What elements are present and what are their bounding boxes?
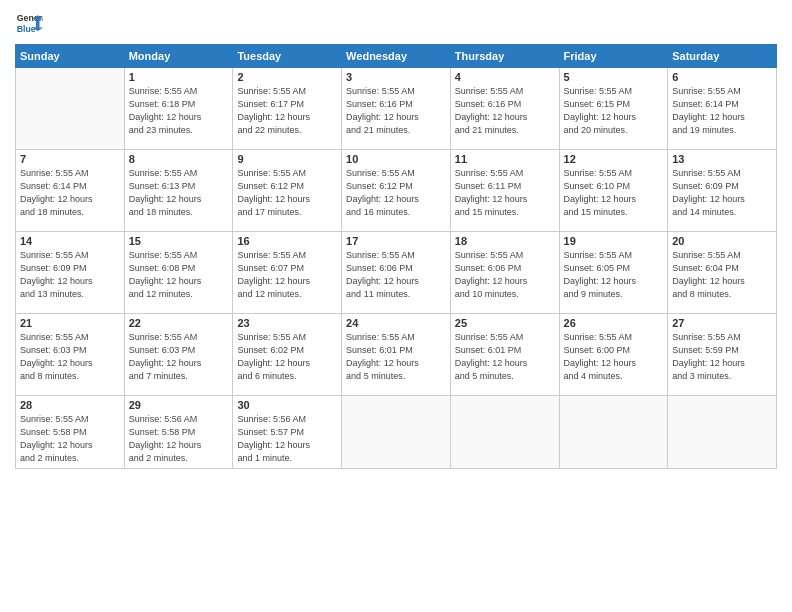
day-info: Sunrise: 5:55 AMSunset: 6:14 PMDaylight:… xyxy=(672,85,772,137)
calendar-cell: 14Sunrise: 5:55 AMSunset: 6:09 PMDayligh… xyxy=(16,232,125,314)
col-header-thursday: Thursday xyxy=(450,45,559,68)
day-number: 1 xyxy=(129,71,229,83)
calendar-cell: 9Sunrise: 5:55 AMSunset: 6:12 PMDaylight… xyxy=(233,150,342,232)
day-info: Sunrise: 5:55 AMSunset: 6:01 PMDaylight:… xyxy=(455,331,555,383)
calendar-cell xyxy=(342,396,451,469)
calendar-week-row: 14Sunrise: 5:55 AMSunset: 6:09 PMDayligh… xyxy=(16,232,777,314)
calendar-cell: 28Sunrise: 5:55 AMSunset: 5:58 PMDayligh… xyxy=(16,396,125,469)
day-info: Sunrise: 5:55 AMSunset: 6:17 PMDaylight:… xyxy=(237,85,337,137)
calendar-week-row: 28Sunrise: 5:55 AMSunset: 5:58 PMDayligh… xyxy=(16,396,777,469)
day-info: Sunrise: 5:55 AMSunset: 6:03 PMDaylight:… xyxy=(129,331,229,383)
day-info: Sunrise: 5:55 AMSunset: 6:00 PMDaylight:… xyxy=(564,331,664,383)
calendar-cell: 12Sunrise: 5:55 AMSunset: 6:10 PMDayligh… xyxy=(559,150,668,232)
day-info: Sunrise: 5:55 AMSunset: 6:03 PMDaylight:… xyxy=(20,331,120,383)
calendar-cell: 18Sunrise: 5:55 AMSunset: 6:06 PMDayligh… xyxy=(450,232,559,314)
day-number: 29 xyxy=(129,399,229,411)
calendar-cell: 30Sunrise: 5:56 AMSunset: 5:57 PMDayligh… xyxy=(233,396,342,469)
day-info: Sunrise: 5:55 AMSunset: 6:07 PMDaylight:… xyxy=(237,249,337,301)
day-number: 28 xyxy=(20,399,120,411)
calendar-week-row: 1Sunrise: 5:55 AMSunset: 6:18 PMDaylight… xyxy=(16,68,777,150)
day-number: 18 xyxy=(455,235,555,247)
day-number: 14 xyxy=(20,235,120,247)
calendar-cell: 27Sunrise: 5:55 AMSunset: 5:59 PMDayligh… xyxy=(668,314,777,396)
day-number: 2 xyxy=(237,71,337,83)
day-info: Sunrise: 5:55 AMSunset: 6:04 PMDaylight:… xyxy=(672,249,772,301)
day-number: 6 xyxy=(672,71,772,83)
col-header-sunday: Sunday xyxy=(16,45,125,68)
day-info: Sunrise: 5:55 AMSunset: 6:06 PMDaylight:… xyxy=(346,249,446,301)
calendar-cell: 21Sunrise: 5:55 AMSunset: 6:03 PMDayligh… xyxy=(16,314,125,396)
calendar-header-row: SundayMondayTuesdayWednesdayThursdayFrid… xyxy=(16,45,777,68)
day-info: Sunrise: 5:55 AMSunset: 6:09 PMDaylight:… xyxy=(672,167,772,219)
logo: General Blue xyxy=(15,10,43,38)
day-number: 15 xyxy=(129,235,229,247)
calendar-cell: 6Sunrise: 5:55 AMSunset: 6:14 PMDaylight… xyxy=(668,68,777,150)
calendar-cell: 1Sunrise: 5:55 AMSunset: 6:18 PMDaylight… xyxy=(124,68,233,150)
calendar-cell xyxy=(16,68,125,150)
col-header-tuesday: Tuesday xyxy=(233,45,342,68)
col-header-wednesday: Wednesday xyxy=(342,45,451,68)
calendar-cell: 10Sunrise: 5:55 AMSunset: 6:12 PMDayligh… xyxy=(342,150,451,232)
day-number: 25 xyxy=(455,317,555,329)
calendar-cell: 11Sunrise: 5:55 AMSunset: 6:11 PMDayligh… xyxy=(450,150,559,232)
day-info: Sunrise: 5:55 AMSunset: 6:16 PMDaylight:… xyxy=(455,85,555,137)
day-number: 11 xyxy=(455,153,555,165)
calendar-cell: 19Sunrise: 5:55 AMSunset: 6:05 PMDayligh… xyxy=(559,232,668,314)
day-number: 5 xyxy=(564,71,664,83)
day-info: Sunrise: 5:55 AMSunset: 6:09 PMDaylight:… xyxy=(20,249,120,301)
day-number: 21 xyxy=(20,317,120,329)
calendar-cell: 26Sunrise: 5:55 AMSunset: 6:00 PMDayligh… xyxy=(559,314,668,396)
calendar-week-row: 7Sunrise: 5:55 AMSunset: 6:14 PMDaylight… xyxy=(16,150,777,232)
day-info: Sunrise: 5:55 AMSunset: 5:58 PMDaylight:… xyxy=(20,413,120,465)
day-number: 13 xyxy=(672,153,772,165)
day-info: Sunrise: 5:55 AMSunset: 5:59 PMDaylight:… xyxy=(672,331,772,383)
day-number: 30 xyxy=(237,399,337,411)
day-number: 23 xyxy=(237,317,337,329)
calendar-cell xyxy=(559,396,668,469)
header: General Blue xyxy=(15,10,777,38)
calendar-cell: 20Sunrise: 5:55 AMSunset: 6:04 PMDayligh… xyxy=(668,232,777,314)
calendar-cell xyxy=(450,396,559,469)
calendar-table: SundayMondayTuesdayWednesdayThursdayFrid… xyxy=(15,44,777,469)
day-number: 16 xyxy=(237,235,337,247)
calendar-page: General Blue SundayMondayTuesdayWednesda… xyxy=(0,0,792,612)
calendar-cell: 3Sunrise: 5:55 AMSunset: 6:16 PMDaylight… xyxy=(342,68,451,150)
day-info: Sunrise: 5:55 AMSunset: 6:11 PMDaylight:… xyxy=(455,167,555,219)
calendar-cell: 29Sunrise: 5:56 AMSunset: 5:58 PMDayligh… xyxy=(124,396,233,469)
day-number: 4 xyxy=(455,71,555,83)
day-info: Sunrise: 5:56 AMSunset: 5:58 PMDaylight:… xyxy=(129,413,229,465)
calendar-cell xyxy=(668,396,777,469)
calendar-cell: 13Sunrise: 5:55 AMSunset: 6:09 PMDayligh… xyxy=(668,150,777,232)
calendar-cell: 7Sunrise: 5:55 AMSunset: 6:14 PMDaylight… xyxy=(16,150,125,232)
logo-icon: General Blue xyxy=(15,10,43,38)
calendar-cell: 8Sunrise: 5:55 AMSunset: 6:13 PMDaylight… xyxy=(124,150,233,232)
calendar-cell: 5Sunrise: 5:55 AMSunset: 6:15 PMDaylight… xyxy=(559,68,668,150)
calendar-cell: 16Sunrise: 5:55 AMSunset: 6:07 PMDayligh… xyxy=(233,232,342,314)
day-number: 22 xyxy=(129,317,229,329)
day-number: 24 xyxy=(346,317,446,329)
calendar-week-row: 21Sunrise: 5:55 AMSunset: 6:03 PMDayligh… xyxy=(16,314,777,396)
day-number: 8 xyxy=(129,153,229,165)
day-number: 20 xyxy=(672,235,772,247)
day-info: Sunrise: 5:55 AMSunset: 6:15 PMDaylight:… xyxy=(564,85,664,137)
svg-text:Blue: Blue xyxy=(17,24,36,34)
calendar-cell: 15Sunrise: 5:55 AMSunset: 6:08 PMDayligh… xyxy=(124,232,233,314)
calendar-cell: 22Sunrise: 5:55 AMSunset: 6:03 PMDayligh… xyxy=(124,314,233,396)
day-number: 17 xyxy=(346,235,446,247)
day-info: Sunrise: 5:55 AMSunset: 6:13 PMDaylight:… xyxy=(129,167,229,219)
calendar-cell: 17Sunrise: 5:55 AMSunset: 6:06 PMDayligh… xyxy=(342,232,451,314)
day-number: 7 xyxy=(20,153,120,165)
day-number: 9 xyxy=(237,153,337,165)
day-info: Sunrise: 5:55 AMSunset: 6:14 PMDaylight:… xyxy=(20,167,120,219)
col-header-friday: Friday xyxy=(559,45,668,68)
calendar-cell: 23Sunrise: 5:55 AMSunset: 6:02 PMDayligh… xyxy=(233,314,342,396)
day-info: Sunrise: 5:55 AMSunset: 6:02 PMDaylight:… xyxy=(237,331,337,383)
day-info: Sunrise: 5:55 AMSunset: 6:10 PMDaylight:… xyxy=(564,167,664,219)
calendar-cell: 25Sunrise: 5:55 AMSunset: 6:01 PMDayligh… xyxy=(450,314,559,396)
calendar-cell: 2Sunrise: 5:55 AMSunset: 6:17 PMDaylight… xyxy=(233,68,342,150)
day-number: 27 xyxy=(672,317,772,329)
calendar-cell: 24Sunrise: 5:55 AMSunset: 6:01 PMDayligh… xyxy=(342,314,451,396)
calendar-cell: 4Sunrise: 5:55 AMSunset: 6:16 PMDaylight… xyxy=(450,68,559,150)
day-info: Sunrise: 5:55 AMSunset: 6:06 PMDaylight:… xyxy=(455,249,555,301)
day-number: 10 xyxy=(346,153,446,165)
